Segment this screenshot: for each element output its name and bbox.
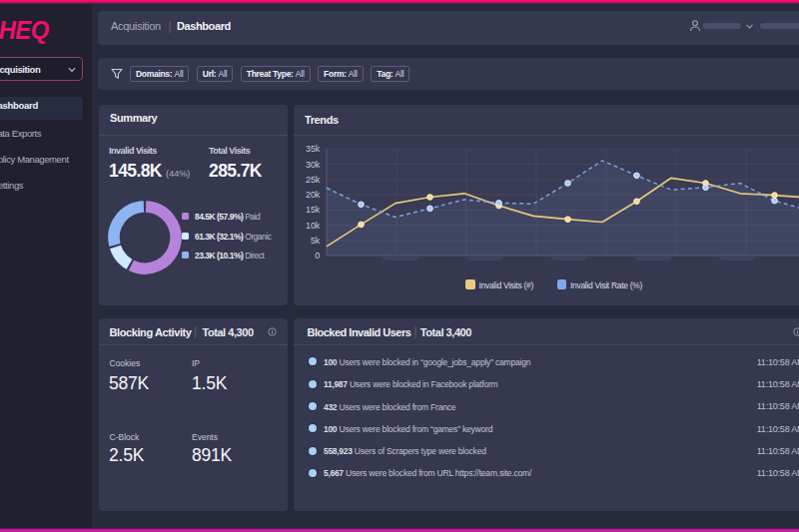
svg-text:10k: 10k (306, 221, 321, 231)
svg-text:5k: 5k (311, 236, 321, 246)
svg-text:20k: 20k (306, 190, 321, 200)
svg-text:0: 0 (315, 251, 320, 261)
svg-text:25k: 25k (306, 175, 321, 185)
svg-text:30k: 30k (306, 160, 321, 170)
svg-text:35k: 35k (306, 144, 321, 154)
svg-text:15k: 15k (306, 205, 321, 215)
